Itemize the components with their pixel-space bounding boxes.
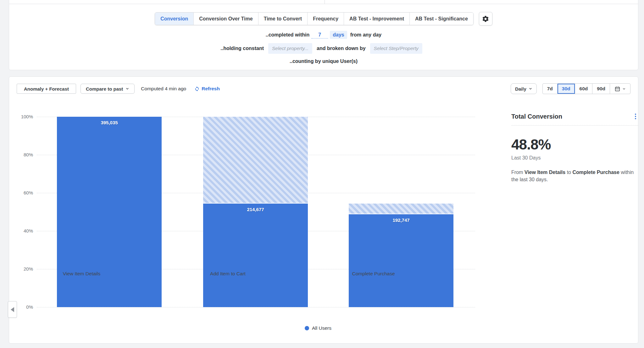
total-conversion-panel: Total Conversion 48.8% Last 30 Days From…	[511, 112, 638, 183]
legend-label: All Users	[312, 325, 331, 331]
total-conversion-period: Last 30 Days	[511, 155, 638, 161]
gear-icon	[482, 15, 489, 23]
x-label-complete-purchase: Complete Purchase	[321, 271, 426, 277]
desc-step-to: Complete Purchase	[572, 170, 619, 175]
funnel-bar-view-item-details[interactable]: 395,035	[57, 117, 162, 307]
column-divider	[325, 0, 325, 4]
converted-bar-segment[interactable]: 192,747	[349, 214, 453, 307]
chart-legend[interactable]: All Users	[9, 325, 627, 331]
converted-bar-segment[interactable]: 395,035	[57, 117, 162, 307]
summary-title: Total Conversion	[511, 113, 562, 120]
query-panel-card: Conversion Conversion Over Time Time to …	[9, 0, 638, 70]
anomaly-forecast-button[interactable]: Anomaly + Forecast	[17, 84, 76, 94]
y-tick: 80%	[17, 152, 33, 157]
tab-conversion-over-time[interactable]: Conversion Over Time	[193, 13, 258, 25]
tab-ab-test-improvement[interactable]: AB Test - Improvement	[344, 13, 409, 25]
y-tick: 60%	[17, 190, 33, 195]
counting-by-label: ..counting by unique User(s)	[290, 59, 358, 64]
y-tick: 0%	[17, 304, 33, 310]
tab-ab-test-significance[interactable]: AB Test - Significance	[409, 13, 473, 25]
settings-button[interactable]	[479, 12, 492, 25]
dropoff-hatch	[349, 204, 453, 214]
tab-frequency[interactable]: Frequency	[307, 13, 344, 25]
desc-step-from: View Item Details	[525, 170, 565, 175]
converted-bar-segment[interactable]: 214,677	[203, 204, 308, 307]
conversion-window-unit[interactable]: days	[330, 31, 347, 39]
chart-card: Anomaly + Forecast Compare to past Compu…	[9, 76, 638, 344]
collapse-left-panel-button[interactable]	[8, 301, 17, 318]
range-90d[interactable]: 90d	[592, 84, 610, 94]
y-tick: 40%	[17, 228, 33, 233]
y-tick: 100%	[17, 114, 33, 119]
from-any-day-label: from any day	[350, 32, 382, 38]
desc-to: to	[567, 170, 571, 175]
select-step-property-input[interactable]: Select Step/Property	[370, 43, 422, 54]
tab-conversion[interactable]: Conversion	[155, 13, 193, 25]
funnel-chart: 100% 80% 60% 40% 20% 0% 395,035 214,677 …	[37, 117, 475, 307]
dropoff-hatch	[203, 117, 308, 204]
total-conversion-value: 48.8%	[511, 136, 638, 153]
gridline-0	[37, 307, 475, 307]
date-range-segmented: 7d 30d 60d 90d	[542, 83, 630, 94]
broken-down-by-label: and broken down by	[317, 46, 366, 51]
range-30d[interactable]: 30d	[557, 84, 575, 94]
chevron-down-icon	[529, 87, 532, 91]
chevron-down-icon	[622, 87, 626, 91]
divider	[511, 125, 638, 126]
interval-dropdown[interactable]: Daily	[511, 83, 537, 94]
bar-count-label: 214,677	[203, 207, 308, 212]
funnel-bar-add-item-to-cart[interactable]: 214,677	[203, 117, 308, 307]
query-builder-bottom-edge	[9, 0, 638, 4]
tab-time-to-convert[interactable]: Time to Convert	[258, 13, 308, 25]
refresh-button[interactable]: Refresh	[194, 86, 220, 92]
calendar-icon	[614, 86, 620, 92]
refresh-label: Refresh	[202, 86, 220, 92]
legend-dot-icon	[305, 326, 309, 330]
compare-to-past-button[interactable]: Compare to past	[80, 84, 135, 94]
total-conversion-description: From View Item Details to Complete Purch…	[511, 169, 638, 183]
computed-ago-text: Computed 4 min ago	[141, 86, 186, 92]
view-tabs: Conversion Conversion Over Time Time to …	[155, 12, 474, 25]
compare-to-past-label: Compare to past	[86, 86, 123, 92]
range-60d[interactable]: 60d	[575, 84, 592, 94]
range-7d[interactable]: 7d	[543, 84, 557, 94]
bar-count-label: 192,747	[349, 217, 453, 223]
kebab-menu-icon[interactable]	[633, 112, 638, 121]
funnel-bar-complete-purchase[interactable]: 192,747	[349, 117, 453, 307]
x-label-add-item-to-cart: Add Item to Cart	[175, 271, 280, 277]
custom-date-range-button[interactable]	[610, 84, 630, 94]
completed-within-label: ..completed within	[266, 32, 310, 38]
holding-constant-label: ..holding constant	[220, 46, 264, 51]
refresh-icon	[194, 86, 200, 92]
conversion-window-value[interactable]: 7	[311, 31, 328, 39]
chevron-down-icon	[125, 87, 129, 91]
bar-count-label: 395,035	[57, 120, 162, 125]
triangle-left-icon	[10, 307, 14, 312]
select-property-input[interactable]: Select property...	[268, 43, 312, 54]
desc-from: From	[511, 170, 523, 175]
interval-label: Daily	[515, 86, 526, 92]
x-label-view-item-details: View Item Details	[29, 271, 134, 277]
